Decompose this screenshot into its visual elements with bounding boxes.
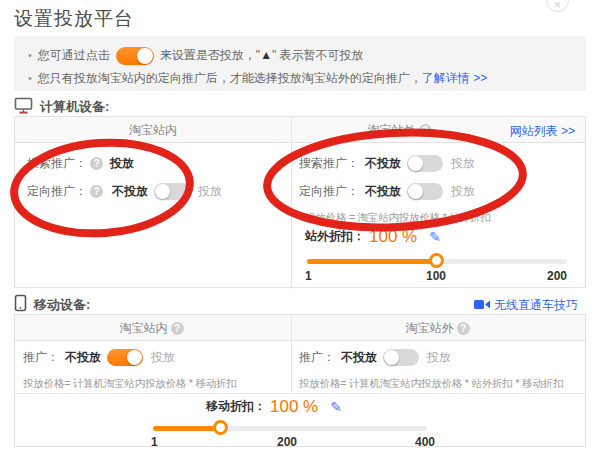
offsite-targeted-toggle[interactable] — [407, 183, 443, 200]
wireless-tips-link[interactable]: 无线直通车技巧 — [474, 297, 578, 314]
tip1-before: 您可通过点击 — [38, 48, 110, 62]
mobile-offsite-promo-toggle[interactable] — [383, 349, 419, 366]
mobile-onsite-formula: 投放价格= 计算机淘宝站内投放价格 * 移动折扣 — [23, 377, 237, 391]
mobile-table: 淘宝站内? 淘宝站外? 推广：不投放投放 推广：不投放投放 投放价格= 计算机淘… — [14, 314, 586, 447]
mobile-offsite-promo-row: 推广：不投放投放 — [299, 349, 451, 366]
onsite-header-label: 淘宝站内 — [120, 321, 168, 335]
tip2-text: 您只有投放淘宝站内的定向推广后，才能选择投放淘宝站外的定向推广， — [38, 71, 422, 85]
onsite-header-label: 淘宝站内 — [129, 123, 177, 137]
offsite-search-toggle[interactable] — [407, 155, 443, 172]
website-list-link[interactable]: 网站列表 >> — [510, 123, 575, 140]
offsite-discount-value: 100 % — [369, 227, 417, 246]
mobile-onsite-promo-row: 推广：不投放投放 — [23, 349, 175, 366]
offsite-targeted-row: 定向推广：不投放投放 — [299, 183, 475, 200]
search-promo-label: 搜索推广： — [299, 156, 359, 170]
offsite-discount-label: 站外折扣： — [305, 229, 365, 243]
targeted-promo-label: 定向推广： — [299, 184, 359, 198]
mobile-discount-value: 100 % — [270, 397, 318, 416]
slider-handle[interactable] — [429, 253, 444, 268]
close-icon[interactable]: × — [546, 0, 569, 12]
page-title: 设置投放平台 — [14, 6, 134, 32]
slider-tick-min: 1 — [305, 269, 312, 283]
column-divider — [291, 315, 292, 393]
row-divider — [15, 393, 585, 394]
computer-section-header: 计算机设备: — [14, 97, 109, 116]
slider-handle[interactable] — [213, 420, 228, 435]
slider-tick-mid: 200 — [267, 435, 307, 449]
promo-off-label: 不投放 — [341, 350, 377, 364]
tip1-end: " 表示暂不可投放 — [272, 48, 364, 62]
search-promo-status: 投放 — [110, 156, 134, 170]
search-promo-on-label: 投放 — [451, 156, 475, 170]
mobile-discount: 移动折扣：100 %✎ — [206, 397, 342, 417]
targeted-promo-on-label: 投放 — [451, 184, 475, 198]
targeted-promo-off-label: 不投放 — [112, 184, 148, 198]
mobile-discount-label: 移动折扣： — [206, 399, 266, 413]
onsite-targeted-row: 定向推广：?不投放投放 — [27, 183, 222, 200]
tip1-mid: 来设置是否投放，" — [160, 48, 260, 62]
set-delivery-platform-dialog: 设置投放平台 × •您可通过点击来设置是否投放，"▲" 表示暂不可投放 •您只有… — [0, 0, 600, 449]
edit-pencil-icon[interactable]: ✎ — [330, 399, 342, 415]
computer-section-title: 计算机设备: — [40, 99, 109, 114]
slider-tick-min: 1 — [151, 435, 158, 449]
help-icon[interactable]: ? — [171, 322, 184, 335]
monitor-icon — [14, 97, 33, 114]
search-promo-label: 搜索推广： — [27, 156, 87, 170]
slider-fill — [307, 259, 437, 264]
tip-line-2: •您只有投放淘宝站内的定向推广后，才能选择投放淘宝站外的定向推广，了解详情 >> — [28, 70, 487, 87]
targeted-promo-on-label: 投放 — [198, 184, 222, 198]
offsite-header-label: 淘宝站外 — [368, 123, 416, 137]
warning-icon: ▲ — [260, 48, 272, 62]
mobile-col-offsite: 淘宝站外? — [291, 315, 587, 341]
toggle-knob — [137, 48, 153, 64]
video-icon — [474, 299, 490, 310]
targeted-promo-off-label: 不投放 — [365, 184, 401, 198]
slider-tick-max: 200 — [539, 269, 567, 283]
offsite-discount: 站外折扣：100 %✎ — [305, 227, 441, 247]
offsite-search-row: 搜索推广：不投放投放 — [299, 155, 475, 172]
bullet-icon: • — [28, 72, 32, 84]
slider-fill — [153, 426, 221, 431]
onsite-targeted-toggle[interactable] — [154, 183, 190, 200]
promo-off-label: 不投放 — [65, 350, 101, 364]
help-icon[interactable]: ? — [90, 185, 103, 198]
toggle-knob — [155, 184, 170, 199]
column-divider — [291, 117, 292, 289]
computer-col-offsite: 淘宝站外? — [291, 117, 511, 143]
mobile-section-header: 移动设备: — [14, 294, 90, 314]
offsite-discount-slider[interactable] — [307, 259, 567, 264]
slider-tick-max: 400 — [405, 435, 445, 449]
computer-table: 淘宝站内 淘宝站外? 网站列表 >> 搜索推广：?投放 定向推广：?不投放投放 … — [14, 116, 586, 288]
help-icon[interactable]: ? — [419, 124, 432, 137]
help-icon[interactable]: ? — [90, 157, 103, 170]
search-promo-off-label: 不投放 — [365, 156, 401, 170]
onsite-search-row: 搜索推广：?投放 — [27, 155, 134, 172]
toggle-knob — [127, 350, 142, 365]
mobile-section-title: 移动设备: — [34, 297, 90, 312]
mobile-discount-slider[interactable] — [153, 426, 427, 431]
targeted-promo-label: 定向推广： — [27, 184, 87, 198]
offsite-price-formula: 投放价格 = 淘宝站内投放价格 * 站外折扣 — [305, 211, 491, 225]
toggle-knob — [408, 156, 423, 171]
mobile-col-onsite: 淘宝站内? — [15, 315, 291, 341]
promo-on-label: 投放 — [151, 350, 175, 364]
wireless-tips-label: 无线直通车技巧 — [494, 298, 578, 312]
mobile-onsite-promo-toggle[interactable] — [107, 349, 143, 366]
offsite-header-label: 淘宝站外 — [406, 321, 454, 335]
example-toggle-on[interactable] — [116, 47, 154, 65]
help-icon[interactable]: ? — [457, 322, 470, 335]
learn-more-link[interactable]: 了解详情 >> — [422, 71, 487, 85]
promo-label: 推广： — [299, 350, 335, 364]
edit-pencil-icon[interactable]: ✎ — [429, 229, 441, 245]
tips-box: •您可通过点击来设置是否投放，"▲" 表示暂不可投放 •您只有投放淘宝站内的定向… — [14, 36, 586, 91]
toggle-knob — [384, 350, 399, 365]
mobile-offsite-formula: 投放价格= 计算机淘宝站内投放价格 * 站外折扣 * 移动折扣 — [299, 377, 563, 391]
tip-line-1: •您可通过点击来设置是否投放，"▲" 表示暂不可投放 — [28, 47, 364, 65]
slider-tick-mid: 100 — [416, 269, 456, 283]
promo-on-label: 投放 — [427, 350, 451, 364]
toggle-knob — [408, 184, 423, 199]
promo-label: 推广： — [23, 350, 59, 364]
computer-col-onsite: 淘宝站内 — [15, 117, 291, 143]
phone-icon — [14, 294, 27, 312]
bullet-icon: • — [28, 49, 32, 61]
